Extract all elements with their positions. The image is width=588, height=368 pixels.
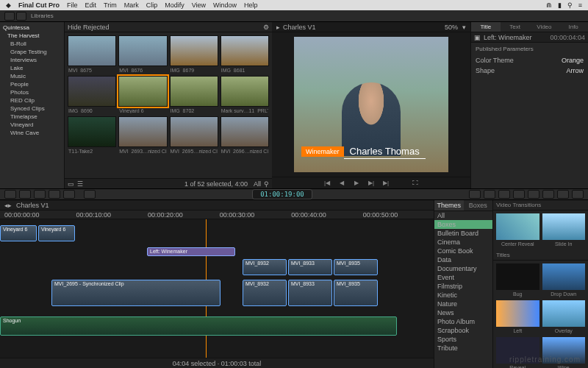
fx-item[interactable]: Bug	[496, 263, 539, 290]
clip-thumbnail[interactable]: Mark surv…11_PRLT	[220, 76, 269, 107]
timeline-clip[interactable]: MVI_8933	[288, 280, 332, 306]
inspector-tab-info[interactable]: Info	[559, 22, 588, 32]
timeline-title-clip[interactable]: Left: Winemaker	[147, 247, 235, 256]
viewer-zoom[interactable]: 50%	[445, 24, 458, 31]
clip-thumbnail[interactable]: Vineyard 6	[118, 76, 167, 107]
timeline-clip[interactable]: Vineyard 6	[0, 225, 37, 241]
fullscreen-button[interactable]: ⛶	[411, 180, 420, 187]
sidebar-item[interactable]: Grape Testing	[0, 48, 64, 56]
timeline-clip[interactable]: MVI_8932	[243, 259, 287, 275]
clip-thumbnail[interactable]: MVI_2693…nized Clip	[118, 116, 167, 147]
param-color-theme-value[interactable]: Orange	[562, 57, 584, 64]
library-name[interactable]: Quintessa	[0, 24, 64, 32]
clip-thumbnail[interactable]: T11-Take2	[68, 116, 116, 147]
fx-category[interactable]: Kinetic	[434, 291, 492, 300]
sidebar-item[interactable]: Timelapse	[0, 113, 64, 121]
param-shape-value[interactable]: Arrow	[566, 67, 584, 74]
sidebar-item[interactable]: People	[0, 80, 64, 88]
clip-thumbnail[interactable]: MVI_8675	[68, 35, 116, 66]
sidebar-item[interactable]: Vineyard	[0, 121, 64, 129]
sidebar-item[interactable]: Wine Cave	[0, 129, 64, 137]
timeline-audio-clip[interactable]: Shogun	[0, 316, 397, 336]
sidebar-item[interactable]: RED Clip	[0, 96, 64, 105]
timeline-clip[interactable]: MVI_8933	[288, 259, 332, 275]
fx-item[interactable]: Left	[496, 300, 539, 327]
timeline-clip[interactable]: Vineyard 6	[38, 225, 75, 241]
fx-item[interactable]: Center Reveal	[496, 213, 539, 240]
fx-item[interactable]: Slide In	[542, 213, 586, 240]
next-frame-button[interactable]: ▶|	[367, 180, 376, 187]
fx-category[interactable]: Sports	[434, 335, 492, 344]
menu-window[interactable]: Window	[213, 1, 237, 9]
fx-category[interactable]: Event	[434, 273, 492, 282]
menu-file[interactable]: File	[67, 1, 78, 9]
app-name[interactable]: Final Cut Pro	[18, 1, 60, 9]
sidebar-item[interactable]: Interviews	[0, 56, 64, 64]
wifi-icon[interactable]: ⋒	[546, 1, 552, 9]
timeline-clip[interactable]: MVI_8932	[243, 280, 287, 306]
go-start-button[interactable]: |◀	[323, 180, 331, 187]
inspector-tab-video[interactable]: Video	[530, 22, 559, 32]
sidebar-item[interactable]: Lake	[0, 64, 64, 72]
viewer-canvas[interactable]: Winemaker Charles Thomas	[294, 37, 448, 172]
clip-thumbnail[interactable]: MVI_2696…nized Clip	[220, 116, 269, 147]
timeline-clip[interactable]: MVI_8935	[334, 280, 378, 306]
fx-category[interactable]: News	[434, 308, 492, 317]
timeline-history-icon[interactable]: ◂▸	[4, 202, 12, 209]
apple-icon[interactable]: ◆	[6, 1, 11, 9]
play-button[interactable]: ▶	[352, 180, 361, 187]
filter-all[interactable]: All	[254, 180, 261, 188]
photos-button[interactable]	[498, 190, 510, 199]
menu-extras-icon[interactable]: ≡	[578, 1, 582, 9]
sidebar-item[interactable]: B-Roll	[0, 40, 64, 48]
fx-category[interactable]: Data	[434, 255, 492, 264]
event-name[interactable]: The Harvest	[0, 32, 64, 40]
fx-category[interactable]: All	[434, 211, 492, 220]
transitions-button[interactable]	[542, 190, 554, 199]
fx-category[interactable]: Cinema	[434, 238, 492, 247]
viewer-settings-icon[interactable]: ▾	[462, 24, 466, 31]
fx-category[interactable]: Photo Album	[434, 317, 492, 326]
fx-category[interactable]: Bulletin Board	[434, 229, 492, 238]
inspector-tab-title[interactable]: Title	[471, 22, 501, 32]
timeline-clip[interactable]: MVI_8935	[334, 259, 378, 275]
fx-category[interactable]: Tribute	[434, 344, 492, 353]
clip-thumbnail[interactable]: IMG_8690	[68, 76, 116, 107]
fx-item[interactable]: Overlay	[542, 300, 586, 327]
fx-category[interactable]: Documentary	[434, 264, 492, 273]
spotlight-icon[interactable]: ⚲	[567, 1, 573, 9]
filmstrip-view-button[interactable]: ▭	[68, 180, 74, 188]
prev-frame-button[interactable]: ◀	[337, 180, 346, 187]
sidebar-item[interactable]: Synced Clips	[0, 105, 64, 113]
fx-category[interactable]: Boxes	[434, 220, 492, 229]
go-end-button[interactable]: ▶|	[381, 180, 390, 187]
timeline-clip[interactable]: MVI_2695 - Synchronized Clip	[51, 280, 220, 306]
library-toggle-button[interactable]	[4, 12, 15, 21]
inspector-tab-text[interactable]: Text	[501, 22, 530, 32]
timeline-tracks[interactable]: Vineyard 6Vineyard 6 Left: Winemaker MVI…	[0, 219, 434, 358]
menu-trim[interactable]: Trim	[104, 1, 117, 9]
list-view-button[interactable]: ☰	[77, 180, 83, 188]
fx-tab-themes[interactable]: Themes	[434, 200, 464, 210]
append-button[interactable]	[49, 190, 60, 199]
clip-thumbnail[interactable]: IMG_8702	[170, 76, 218, 107]
sidebar-item[interactable]: Music	[0, 72, 64, 80]
insert-button[interactable]	[34, 190, 46, 199]
menu-modify[interactable]: Modify	[165, 1, 184, 9]
timecode-display[interactable]: 01:00:19:00	[252, 189, 312, 199]
effects-button[interactable]	[484, 190, 495, 199]
clip-thumbnail[interactable]: IMG_8681	[220, 35, 269, 66]
timeline-ruler[interactable]: 00:00:00:0000:00:10:0000:00:20:0000:00:3…	[0, 210, 434, 219]
clip-thumbnail[interactable]: MVI_2695…nized Clip	[170, 116, 218, 147]
themes-button[interactable]	[572, 190, 584, 199]
retiming-button[interactable]	[469, 190, 481, 199]
browser-toggle-button[interactable]	[16, 12, 26, 21]
fx-tab-boxes[interactable]: Boxes	[464, 200, 493, 210]
fx-category[interactable]: Filmstrip	[434, 282, 492, 291]
titles-button[interactable]	[528, 190, 539, 199]
fx-item[interactable]: Drop Down	[542, 263, 586, 290]
fx-category[interactable]: Nature	[434, 300, 492, 308]
menu-mark[interactable]: Mark	[124, 1, 139, 9]
hide-rejected-label[interactable]: Hide Rejected	[68, 24, 110, 31]
fx-category[interactable]: Scrapbook	[434, 326, 492, 335]
